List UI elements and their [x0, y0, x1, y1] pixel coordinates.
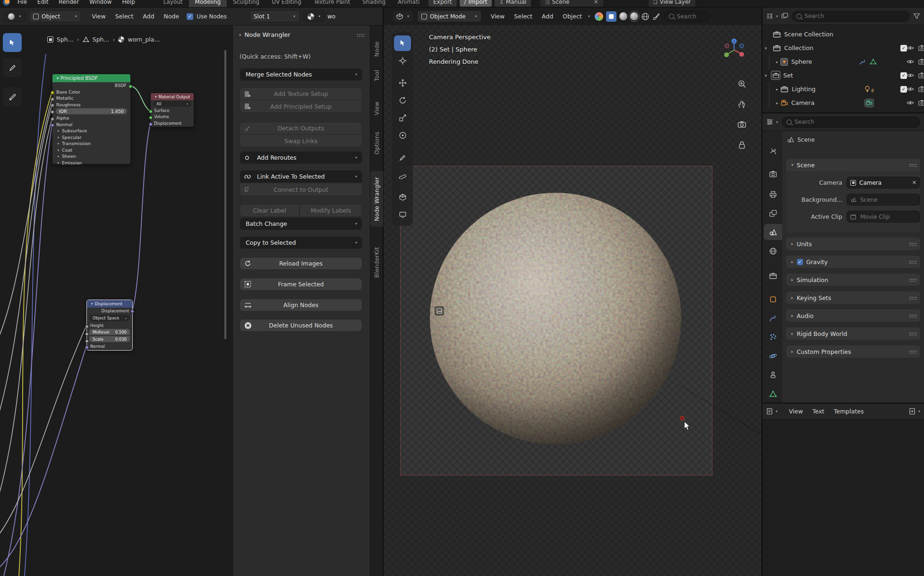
clear-icon[interactable]: ✕ [912, 180, 916, 186]
batch-change-dropdown[interactable]: Batch Change▾ [240, 217, 362, 230]
tool-measure[interactable] [394, 167, 411, 183]
socket-normal[interactable] [51, 123, 54, 127]
socket-volume[interactable] [149, 116, 153, 120]
tool-select-box[interactable] [3, 33, 22, 52]
hide-eye-icon[interactable] [907, 100, 914, 106]
tab-output[interactable] [764, 186, 782, 202]
exclude-checkbox[interactable]: ✓ [900, 72, 907, 79]
brush-icon[interactable] [652, 13, 660, 20]
link-active-to-selected-dropdown[interactable]: Link Active To Selected▾ [240, 170, 362, 183]
outliner-row-camera[interactable]: ▸ Camera [762, 96, 924, 110]
editor-type-viewport-button[interactable]: ▾ [392, 10, 413, 22]
tool-annotate[interactable] [3, 58, 22, 77]
expand-icon[interactable]: ▾ [762, 73, 769, 78]
vp-menu-add[interactable]: Add [537, 13, 558, 20]
images-icon[interactable] [781, 13, 788, 19]
panel-transmission[interactable]: ▸Transmission [52, 140, 130, 147]
expand-icon[interactable]: ▸ [774, 87, 780, 92]
node-canvas-scrollbar[interactable] [224, 50, 226, 339]
active-clip-field[interactable]: Movie Clip [847, 211, 920, 223]
render-camera-icon[interactable] [918, 72, 924, 78]
reload-images-button[interactable]: Reload Images [240, 257, 362, 270]
viewport-search[interactable] [664, 11, 710, 22]
outliner-row-lighting[interactable]: ▸ Lighting 8 ✓ [762, 82, 924, 96]
node-principled-bsdf[interactable]: ▾Principled BSDF BSDF Base Color Metalli… [52, 74, 131, 164]
menu-select[interactable]: Select [111, 13, 138, 20]
socket-displacement-out[interactable] [130, 309, 134, 313]
workspace-uv-editing[interactable]: UV Editing [265, 0, 308, 7]
menu-view[interactable]: View [87, 13, 111, 20]
menu-render[interactable]: Render [53, 0, 84, 5]
align-nodes-button[interactable]: Align Nodes [240, 299, 362, 311]
tab-constraints[interactable] [764, 367, 782, 383]
use-nodes-toggle[interactable]: ✓ Use Nodes [187, 13, 227, 20]
workspace-animation[interactable]: Animati [392, 0, 426, 7]
exclude-checkbox[interactable]: ✓ [900, 86, 907, 93]
tab-modifiers[interactable] [764, 310, 782, 326]
socket-displacement-in[interactable] [149, 122, 153, 126]
object-origin[interactable] [552, 315, 559, 322]
export-button[interactable]: Export [428, 0, 456, 7]
ior-field[interactable]: IOR1.450 [56, 108, 127, 114]
panel-subsurface[interactable]: ▸Subsurface [52, 128, 130, 134]
add-principled-setup-button[interactable]: Add Principled Setup [240, 100, 362, 113]
tab-view-layer[interactable] [764, 205, 782, 221]
tool-extra[interactable] [394, 207, 411, 223]
view-layer-selector[interactable]: ❏View Layer [649, 0, 696, 7]
camera-view-icon[interactable] [737, 120, 746, 129]
detach-outputs-button[interactable]: Detach Outputs [240, 122, 362, 135]
render-camera-icon[interactable] [918, 45, 924, 51]
node-material-output[interactable]: ▾Material Output All▾ Surface Volume Dis… [150, 93, 194, 127]
panel-coat[interactable]: ▸Coat [52, 147, 130, 154]
shader-type-dropdown[interactable]: Object ▾ [29, 10, 81, 22]
tab-scene[interactable] [764, 224, 782, 240]
copy-to-selected-dropdown[interactable]: Copy to Selected▾ [240, 236, 362, 249]
socket-roughness[interactable] [51, 103, 54, 107]
properties-search[interactable] [782, 117, 920, 128]
add-texture-setup-button[interactable]: Add Texture Setup [240, 87, 362, 100]
menu-node[interactable]: Node [159, 13, 184, 20]
tab-particles[interactable] [764, 329, 782, 345]
properties-search-input[interactable] [795, 119, 865, 125]
expand-icon[interactable]: ▸ [774, 101, 780, 105]
blender-logo-icon[interactable] [0, 0, 12, 6]
hide-eye-icon[interactable] [907, 45, 914, 51]
ted-menu-text[interactable]: Text [808, 408, 829, 415]
image-marker-icon[interactable] [435, 306, 444, 316]
import-button[interactable]: /Import [460, 0, 492, 7]
expand-icon[interactable]: ▸ [774, 60, 780, 64]
panel-units[interactable]: ▸Units [786, 238, 920, 250]
tool-rotate[interactable] [394, 93, 411, 108]
panel-sheen[interactable]: ▸Sheen [52, 153, 130, 160]
outliner-search[interactable] [792, 11, 910, 22]
material-preview-icon[interactable] [595, 12, 603, 21]
hide-eye-icon[interactable] [907, 72, 914, 78]
exclude-checkbox[interactable]: ✓ [900, 45, 907, 52]
tool-transform[interactable] [394, 128, 411, 143]
vp-menu-view[interactable]: View [486, 13, 510, 20]
frame-selected-button[interactable]: Frame Selected [240, 278, 362, 291]
new-text-button[interactable]: ▾ [909, 408, 920, 415]
tab-blenderkit[interactable]: BlenderKit [370, 236, 383, 289]
panel-grip[interactable] [908, 163, 916, 167]
outliner-search-input[interactable] [804, 13, 861, 19]
tab-collection[interactable] [764, 267, 782, 284]
expand-icon[interactable]: ▾ [762, 46, 769, 51]
gravity-checkbox[interactable]: ✓ [797, 259, 803, 265]
output-target-dropdown[interactable]: All▾ [153, 101, 191, 107]
viewport-search-input[interactable] [677, 13, 710, 20]
socket-disp-normal[interactable] [85, 345, 89, 349]
zoom-icon[interactable] [737, 79, 746, 88]
shading-material-icon[interactable] [630, 12, 638, 20]
editor-type-shader-button[interactable]: ▾ [4, 10, 25, 22]
socket-bsdf-out[interactable] [128, 85, 132, 88]
socket-surface[interactable] [149, 110, 153, 113]
tab-node[interactable]: Node [370, 35, 383, 63]
navigation-gizmo[interactable]: z [721, 37, 747, 63]
tab-object[interactable] [764, 291, 782, 307]
tab-object-data[interactable] [764, 386, 782, 402]
manual-button[interactable]: ⇩Manual [495, 0, 531, 7]
panel-custom-properties[interactable]: ▸Custom Properties [786, 345, 920, 358]
tab-render[interactable] [764, 166, 782, 182]
shading-rendered-icon[interactable] [641, 12, 650, 21]
